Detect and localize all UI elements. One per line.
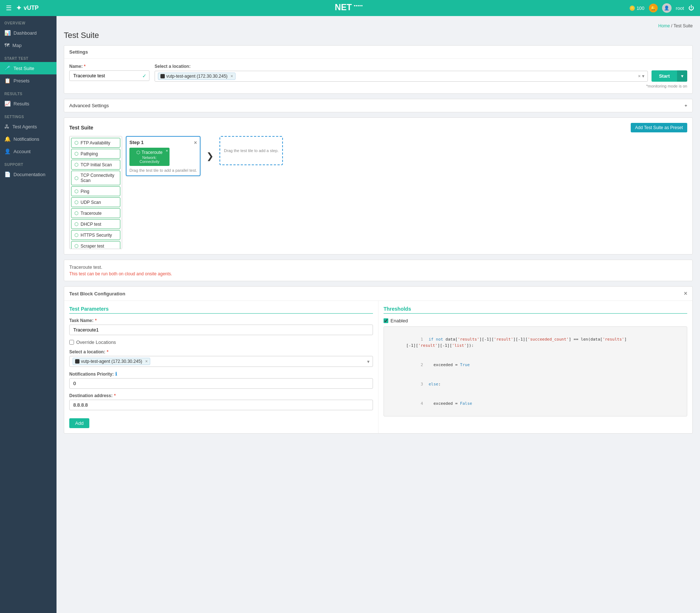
notif-priority-input[interactable] — [69, 378, 373, 389]
tile-tcp-conn[interactable]: ⬡ TCP Connectivity Scan — [71, 171, 120, 185]
task-name-label: Task Name: * — [69, 318, 373, 323]
sidebar-label-map: Map — [12, 43, 22, 48]
location-dropdown-icon[interactable]: ▾ — [642, 73, 645, 79]
sidebar-label-dashboard: Dashboard — [13, 30, 37, 36]
tile-ftp[interactable]: ⬡ FTP Availability — [71, 138, 120, 148]
username-label: root — [676, 5, 684, 11]
tile-dhcp[interactable]: ⬡ DHCP test — [71, 219, 120, 229]
location-tag-label: vutp-test-agent (172.30.30.245) — [166, 74, 228, 79]
sidebar-item-notifications[interactable]: 🔔 Notifications — [0, 133, 57, 145]
sidebar-item-account[interactable]: 👤 Account — [0, 145, 57, 158]
sidebar-section-support: SUPPORT — [0, 158, 57, 168]
test-suite-body: Test Suite Add Test Suite as Preset ⬡ FT… — [64, 118, 692, 254]
breadcrumb-separator: / — [671, 23, 672, 28]
sidebar-item-results[interactable]: 📈 Results — [0, 97, 57, 110]
threshold-code-block: 1if not data['results'][-1]['result'][-1… — [384, 326, 687, 416]
sidebar-item-test-suite[interactable]: 🧪 Test Suite — [0, 62, 57, 74]
advanced-expand-icon: + — [684, 103, 687, 108]
traceroute-tile-close[interactable]: × — [166, 148, 168, 153]
name-check-icon: ✓ — [142, 73, 147, 79]
config-location-group: Select a location: * vutp-test-agent (17… — [69, 349, 373, 367]
settings-row: Name: * ✓ Select a location: — [69, 64, 687, 88]
notification-bell[interactable]: 🔔 — [649, 4, 658, 12]
add-button[interactable]: Add — [69, 418, 89, 428]
location-clear-icon[interactable]: × — [638, 73, 641, 79]
config-agent-icon — [75, 359, 79, 364]
step-1-title: Step 1 × — [129, 140, 197, 146]
threshold-enabled-checkbox[interactable] — [384, 318, 388, 323]
notif-priority-info-icon[interactable]: ℹ — [115, 371, 117, 377]
config-location-tag: vutp-test-agent (172.30.30.245) × — [73, 358, 150, 365]
step-1-close[interactable]: × — [194, 140, 197, 146]
tile-tcp-conn-label: TCP Connectivity Scan — [81, 173, 117, 183]
config-header: Test Block Configuration × — [64, 287, 692, 301]
breadcrumb-current: Test Suite — [673, 23, 693, 28]
tile-traceroute[interactable]: ⬡ Traceroute — [71, 208, 120, 218]
override-locations-checkbox-label[interactable]: Override Locations — [69, 340, 373, 345]
tile-dhcp-label: DHCP test — [81, 222, 101, 227]
breadcrumb-home[interactable]: Home — [658, 23, 670, 28]
sidebar-item-documentation[interactable]: 📄 Documentation — [0, 168, 57, 181]
override-locations-checkbox[interactable] — [69, 340, 74, 345]
layout: OVERVIEW 📊 Dashboard 🗺 Map START TEST 🧪 … — [0, 16, 700, 613]
name-label: Name: * — [69, 64, 149, 69]
sidebar-item-presets[interactable]: 📋 Presets — [0, 74, 57, 87]
traceroute-active-tile[interactable]: × ⬡ Traceroute Network: Connectivity — [129, 148, 170, 166]
advanced-label: Advanced Settings — [69, 103, 109, 108]
power-icon[interactable]: ⏻ — [688, 5, 694, 11]
tile-ftp-icon: ⬡ — [74, 140, 78, 146]
tile-scraper[interactable]: ⬡ Scraper test — [71, 241, 120, 249]
main-content: Home / Test Suite Test Suite Settings Na… — [57, 16, 700, 613]
presets-icon: 📋 — [4, 78, 11, 84]
config-body: Test Parameters Task Name: * Override Lo… — [64, 301, 692, 433]
config-dropdown-icon[interactable]: ▾ — [367, 359, 370, 364]
task-name-input[interactable] — [69, 325, 373, 335]
step-arrow: ❯ — [206, 151, 214, 161]
add-preset-button[interactable]: Add Test Suite as Preset — [631, 123, 687, 132]
start-group: Start ▾ — [652, 70, 687, 82]
tile-scraper-label: Scraper test — [81, 244, 104, 249]
tile-tcp-initial-label: TCP Initial Scan — [81, 162, 112, 167]
tile-udp[interactable]: ⬡ UDP Scan — [71, 197, 120, 207]
config-close-button[interactable]: × — [684, 290, 687, 297]
tile-pathping[interactable]: ⬡ Pathping — [71, 149, 120, 159]
dest-address-group: Destination address: * — [69, 393, 373, 410]
sidebar-label-notifications: Notifications — [13, 136, 39, 142]
test-suite-card: Test Suite Add Test Suite as Preset ⬡ FT… — [64, 117, 693, 255]
config-location-tag-remove[interactable]: × — [145, 359, 148, 364]
step-2-drop-box[interactable]: Drag the test tile to add a step. — [219, 136, 283, 165]
net-logo: NET ●●●●● — [332, 2, 368, 13]
sidebar-item-dashboard[interactable]: 📊 Dashboard — [0, 27, 57, 39]
config-left: Test Parameters Task Name: * Override Lo… — [64, 301, 378, 433]
tile-pathping-label: Pathping — [81, 151, 98, 156]
start-dropdown-button[interactable]: ▾ — [677, 70, 687, 82]
info-run-note: This test can be run both on cloud and o… — [69, 271, 687, 276]
agent-icon — [160, 74, 165, 78]
advanced-settings-header[interactable]: Advanced Settings + — [64, 99, 693, 112]
sidebar-item-test-agents[interactable]: 🖧 Test Agents — [0, 120, 57, 133]
hamburger-icon[interactable]: ☰ — [6, 4, 12, 12]
start-button[interactable]: Start — [652, 70, 677, 82]
tile-ping-label: Ping — [81, 189, 89, 194]
location-select[interactable]: vutp-test-agent (172.30.30.245) × × ▾ — [155, 71, 648, 82]
name-input[interactable] — [69, 70, 149, 81]
svg-text:●●●●●: ●●●●● — [354, 4, 363, 7]
sidebar-label-account: Account — [13, 149, 31, 154]
threshold-enabled-row: Enabled — [384, 318, 687, 323]
location-tag-remove[interactable]: × — [230, 74, 233, 79]
sidebar-section-settings: SETTINGS — [0, 110, 57, 120]
tile-scraper-icon: ⬡ — [74, 243, 78, 249]
dest-address-label: Destination address: * — [69, 393, 373, 398]
step-area: Step 1 × × ⬡ Traceroute Network: Connect… — [126, 136, 283, 176]
test-block-config-card: Test Block Configuration × Test Paramete… — [64, 286, 693, 434]
tile-https[interactable]: ⬡ HTTPS Security — [71, 230, 120, 240]
dashboard-icon: 📊 — [4, 30, 11, 36]
tile-ping-icon: ⬡ — [74, 189, 78, 194]
dest-address-input[interactable] — [69, 400, 373, 410]
tile-ping[interactable]: ⬡ Ping — [71, 186, 120, 196]
sidebar-item-map[interactable]: 🗺 Map — [0, 39, 57, 51]
avatar: 👤 — [662, 3, 672, 13]
config-location-select[interactable]: vutp-test-agent (172.30.30.245) × ▾ — [69, 356, 373, 367]
tile-tcp-initial[interactable]: ⬡ TCP Initial Scan — [71, 160, 120, 170]
traceroute-tile-subtitle: Network: Connectivity — [133, 156, 166, 164]
